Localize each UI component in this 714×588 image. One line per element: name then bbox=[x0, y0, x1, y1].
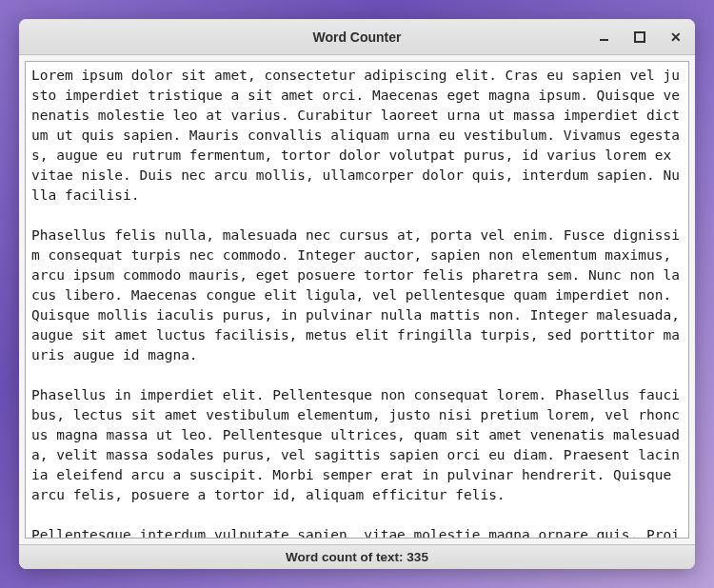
window-controls bbox=[592, 19, 687, 54]
close-icon[interactable] bbox=[664, 26, 687, 49]
text-editor[interactable]: Lorem ipsum dolor sit amet, consectetur … bbox=[25, 61, 689, 539]
minimize-icon[interactable] bbox=[592, 26, 615, 49]
titlebar[interactable]: Word Counter bbox=[19, 19, 695, 55]
app-window: Word Counter Lorem ipsum dolor sit amet,… bbox=[19, 19, 695, 569]
statusbar: Word count of text: 335 bbox=[19, 544, 695, 569]
word-count-value: 335 bbox=[407, 550, 428, 564]
word-count-label: Word count of text: bbox=[286, 550, 403, 564]
maximize-icon[interactable] bbox=[628, 26, 651, 49]
